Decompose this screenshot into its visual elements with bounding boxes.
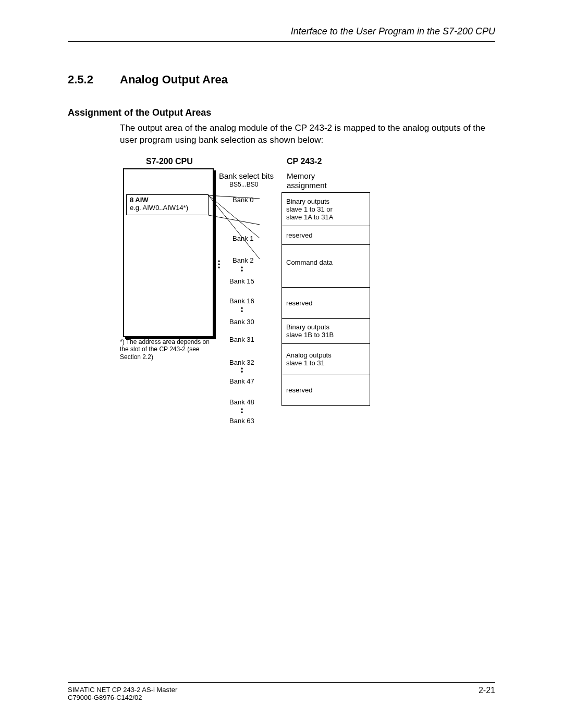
mem-binary-outputs-a: Binary outputs slave 1 to 31 or slave 1A… bbox=[282, 192, 370, 226]
page-footer: SIMATIC NET CP 243-2 AS-i Master C79000-… bbox=[68, 682, 495, 702]
gap-row bbox=[282, 280, 370, 287]
address-footnote: *) The address area depends on the slot … bbox=[120, 338, 219, 361]
bank-48-label: Bank 48 bbox=[229, 399, 254, 405]
page-number: 2-21 bbox=[479, 686, 495, 702]
aiw-title: 8 AIW bbox=[130, 196, 205, 204]
aiw-example: e.g. AIW0..AIW14*) bbox=[130, 204, 205, 212]
bs-bits-label: BS5...BS0 bbox=[229, 181, 258, 188]
footer-line1: SIMATIC NET CP 243-2 AS-i Master bbox=[68, 686, 177, 694]
bank-63-label: Bank 63 bbox=[229, 417, 254, 424]
running-title: Interface to the User Program in the S7-… bbox=[68, 26, 495, 42]
mem-reserved-2: reserved bbox=[282, 287, 370, 318]
cp-243-2-label: CP 243-2 bbox=[287, 157, 322, 166]
section-title: Analog Output Area bbox=[120, 73, 228, 87]
cpu-analog-output-box: 8 AIW e.g. AIW0..AIW14*) bbox=[123, 168, 214, 337]
bank-0-label: Bank 0 bbox=[232, 196, 253, 203]
bank-47-label: Bank 47 bbox=[229, 378, 254, 385]
aiw-box: 8 AIW e.g. AIW0..AIW14*) bbox=[126, 194, 209, 215]
mem-analog-outputs: Analog outputs slave 1 to 31 bbox=[282, 343, 370, 375]
s7-200-cpu-label: S7-200 CPU bbox=[146, 157, 193, 166]
bank-31-label: Bank 31 bbox=[229, 336, 254, 343]
footer-line2: C79000-G8976-C142/02 bbox=[68, 694, 177, 702]
section-heading: 2.5.2 Analog Output Area bbox=[68, 73, 495, 87]
memory-column: Binary outputs slave 1 to 31 or slave 1A… bbox=[282, 192, 370, 406]
figure-2-5: S7-200 CPU CP 243-2 Analog outputs Bank … bbox=[120, 157, 495, 449]
bank-2-label: Bank 2 bbox=[232, 257, 253, 264]
mem-binary-outputs-b: Binary outputs slave 1B to 31B bbox=[282, 318, 370, 343]
vdots-icon: ••• bbox=[218, 260, 220, 269]
page: Interface to the User Program in the S7-… bbox=[0, 0, 563, 728]
mem-command-data: Command data bbox=[282, 244, 370, 280]
bank-15-label: Bank 15 bbox=[229, 278, 254, 285]
vdots-icon: •• bbox=[241, 266, 243, 273]
memory-assignment-label: Memory assignment bbox=[287, 171, 327, 190]
svg-line-2 bbox=[209, 195, 260, 259]
section-number: 2.5.2 bbox=[68, 73, 120, 87]
bank-16-label: Bank 16 bbox=[229, 298, 254, 304]
vdots-icon: •• bbox=[241, 367, 243, 374]
mem-reserved-3: reserved bbox=[282, 375, 370, 406]
bank-30-label: Bank 30 bbox=[229, 318, 254, 325]
bank-1-label: Bank 1 bbox=[232, 235, 253, 242]
assignment-body: The output area of the analog module of … bbox=[120, 122, 495, 146]
bank-select-bits-label: Bank select bits bbox=[219, 171, 274, 180]
vdots-icon: •• bbox=[241, 307, 243, 313]
assignment-heading: Assignment of the Output Areas bbox=[68, 107, 495, 118]
vdots-icon: •• bbox=[241, 408, 243, 414]
footer-doc-id: SIMATIC NET CP 243-2 AS-i Master C79000-… bbox=[68, 686, 177, 702]
svg-line-3 bbox=[209, 215, 260, 225]
bank-32-label: Bank 32 bbox=[229, 359, 254, 366]
mem-reserved-1: reserved bbox=[282, 226, 370, 244]
